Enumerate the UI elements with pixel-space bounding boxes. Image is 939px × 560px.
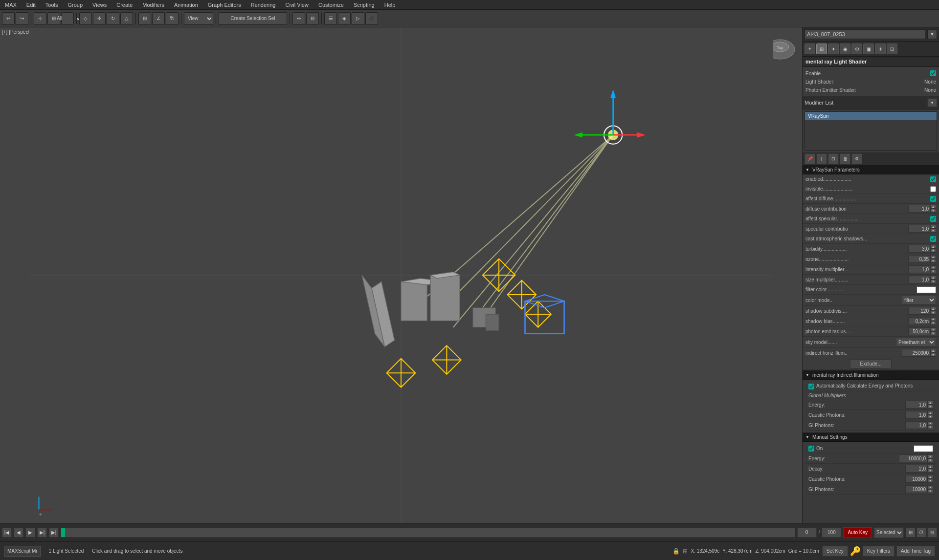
manual-gi-up-btn[interactable]: ▲ bbox=[927, 485, 933, 489]
manual-caustic-down-btn[interactable]: ▼ bbox=[927, 479, 933, 483]
timeline-slider[interactable] bbox=[61, 528, 65, 537]
make-unique-button[interactable]: ⊡ bbox=[828, 153, 839, 164]
photon-emit-input[interactable] bbox=[908, 327, 930, 335]
render-setup-button[interactable]: ◈ bbox=[338, 12, 351, 25]
photon-emit-up-btn[interactable]: ▲ bbox=[930, 327, 936, 331]
current-frame-input[interactable] bbox=[797, 528, 817, 538]
intensity-down-btn[interactable]: ▼ bbox=[930, 269, 936, 273]
manual-energy-down-btn[interactable]: ▼ bbox=[927, 458, 933, 462]
lock-icon[interactable]: 🔒 bbox=[672, 548, 680, 555]
manual-on-checkbox[interactable] bbox=[808, 446, 814, 452]
rotate-button[interactable]: ↻ bbox=[107, 12, 119, 25]
size-down-btn[interactable]: ▼ bbox=[930, 280, 936, 283]
view-dropdown-container[interactable]: View bbox=[184, 12, 213, 25]
exclude-button[interactable]: Exclude... bbox=[850, 359, 892, 368]
configure-button[interactable]: ⚙ bbox=[851, 153, 862, 164]
selected-dropdown[interactable]: Selected bbox=[874, 527, 904, 538]
intensity-up-btn[interactable]: ▲ bbox=[930, 265, 936, 269]
manual-gi-down-btn[interactable]: ▼ bbox=[927, 489, 933, 493]
camera-panel-icon[interactable]: ⊡ bbox=[887, 43, 897, 54]
ozone-input[interactable] bbox=[908, 255, 930, 263]
object-dropdown-button[interactable]: ▼ bbox=[927, 29, 937, 39]
specular-contribution-input[interactable] bbox=[908, 225, 930, 233]
menu-customize[interactable]: Customize bbox=[313, 1, 349, 9]
key-mode-button[interactable]: ⊞ bbox=[906, 528, 916, 538]
menu-group[interactable]: Group bbox=[63, 1, 88, 9]
add-time-tag-button[interactable]: Add Time Tag bbox=[896, 546, 935, 557]
specular-up-btn[interactable]: ▲ bbox=[930, 225, 936, 229]
key-icon[interactable]: 🔑 bbox=[850, 546, 861, 557]
total-frames-input[interactable] bbox=[822, 528, 841, 538]
menu-edit[interactable]: Edit bbox=[22, 1, 41, 9]
shadow-bias-up-btn[interactable]: ▲ bbox=[930, 317, 936, 321]
intensity-mult-input[interactable] bbox=[908, 265, 930, 273]
auto-calc-checkbox[interactable] bbox=[808, 384, 814, 389]
timeline-bar[interactable] bbox=[61, 528, 795, 538]
modifier-item-vraysun[interactable]: VRaySun bbox=[805, 112, 937, 120]
filter-color-swatch[interactable] bbox=[917, 286, 936, 293]
diffuse-contribution-input[interactable] bbox=[908, 205, 930, 213]
indirect-horiz-down-btn[interactable]: ▼ bbox=[930, 353, 936, 357]
prev-frame-button[interactable]: ◀ bbox=[14, 528, 23, 538]
manual-decay-input[interactable] bbox=[905, 465, 927, 473]
viewport-config-button[interactable]: ⊟ bbox=[927, 528, 937, 538]
modify-panel-icon[interactable]: ⊞ bbox=[816, 43, 827, 54]
maxscript-button[interactable]: MAXScript Mi bbox=[4, 546, 41, 557]
select-tool-button[interactable]: ⊹ bbox=[34, 12, 46, 25]
menu-graph-editors[interactable]: Graph Editors bbox=[203, 1, 246, 9]
indirect-illum-header[interactable]: mental ray Indirect Illumination bbox=[803, 371, 939, 380]
viewport[interactable]: [+] [Perspective] [Shaded] Top bbox=[0, 27, 802, 523]
manual-decay-down-btn[interactable]: ▼ bbox=[927, 469, 933, 473]
shadow-subdivs-down-btn[interactable]: ▼ bbox=[930, 311, 936, 315]
invisible-checkbox[interactable] bbox=[930, 186, 936, 192]
next-frame-button[interactable]: ▶| bbox=[37, 528, 47, 538]
select-filter-dropdown[interactable]: All bbox=[53, 13, 82, 24]
select-move-button[interactable]: ✛ bbox=[93, 12, 106, 25]
turbidity-down-btn[interactable]: ▼ bbox=[930, 249, 936, 253]
modifier-list-dropdown[interactable]: ▼ bbox=[927, 98, 937, 107]
ozone-up-btn[interactable]: ▲ bbox=[930, 255, 936, 259]
time-config-button[interactable]: ⏱ bbox=[917, 528, 926, 538]
size-mult-input[interactable] bbox=[908, 276, 930, 283]
cast-atmospheric-checkbox[interactable] bbox=[930, 236, 936, 242]
shadow-subdivs-input[interactable] bbox=[908, 307, 930, 315]
render-frame-button[interactable]: ⬛ bbox=[365, 12, 378, 25]
menu-modifiers[interactable]: Modifiers bbox=[137, 1, 169, 9]
menu-rendering[interactable]: Rendering bbox=[246, 1, 281, 9]
render-button[interactable]: ▷ bbox=[352, 12, 364, 25]
light-panel-icon[interactable]: ☀ bbox=[875, 43, 886, 54]
layer-manager-button[interactable]: ☰ bbox=[324, 12, 337, 25]
manual-color-swatch[interactable] bbox=[914, 445, 933, 452]
vraysun-params-header[interactable]: VRaySun Parameters bbox=[803, 166, 939, 174]
enable-checkbox[interactable] bbox=[930, 70, 936, 76]
manual-energy-input[interactable] bbox=[899, 454, 927, 462]
illum-energy-down-btn[interactable]: ▼ bbox=[927, 405, 933, 409]
grid-icon[interactable]: ⊞ bbox=[683, 548, 688, 555]
create-selection-field[interactable]: Create Selection Sel bbox=[219, 12, 287, 25]
turbidity-up-btn[interactable]: ▲ bbox=[930, 245, 936, 249]
hierarchy-panel-icon[interactable]: ✦ bbox=[828, 43, 839, 54]
utilities-panel-icon[interactable]: ⚙ bbox=[851, 43, 862, 54]
gi-photons-down-btn[interactable]: ▼ bbox=[927, 425, 933, 429]
snap-toggle-button[interactable]: ⊟ bbox=[138, 12, 151, 25]
shadow-bias-down-btn[interactable]: ▼ bbox=[930, 321, 936, 325]
manual-caustic-up-btn[interactable]: ▲ bbox=[927, 475, 933, 479]
key-filters-button[interactable]: Key Filters bbox=[863, 546, 894, 557]
object-name-field[interactable] bbox=[805, 29, 925, 39]
color-mode-dropdown[interactable]: filter direct override bbox=[902, 296, 936, 304]
motion-panel-icon[interactable]: ⌖ bbox=[805, 43, 815, 54]
illum-energy-input[interactable] bbox=[905, 401, 927, 409]
indirect-horiz-input[interactable] bbox=[902, 349, 930, 357]
gi-photons-up-btn[interactable]: ▲ bbox=[927, 421, 933, 425]
menu-animation[interactable]: Animation bbox=[169, 1, 203, 9]
manual-decay-up-btn[interactable]: ▲ bbox=[927, 465, 933, 469]
sky-model-dropdown[interactable]: Preetham et CIE Clear CIE Overcast bbox=[896, 338, 936, 346]
render-panel-icon[interactable]: ▣ bbox=[863, 43, 874, 54]
ozone-down-btn[interactable]: ▼ bbox=[930, 259, 936, 263]
manual-gi-input[interactable] bbox=[905, 485, 927, 493]
auto-key-button[interactable]: Auto Key bbox=[843, 527, 872, 538]
affect-diffuse-checkbox[interactable] bbox=[930, 196, 936, 202]
menu-views[interactable]: Views bbox=[88, 1, 112, 9]
manual-energy-up-btn[interactable]: ▲ bbox=[927, 454, 933, 458]
enabled-checkbox[interactable] bbox=[930, 176, 936, 182]
